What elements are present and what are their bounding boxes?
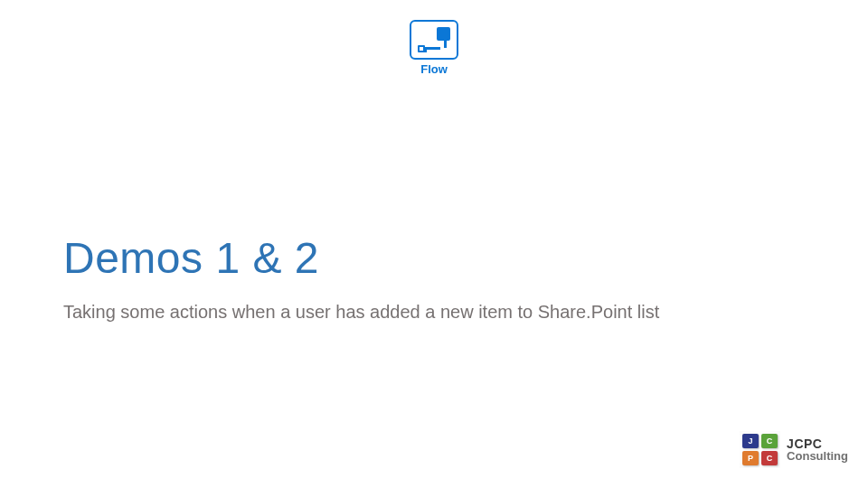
logo-tile-c1: C <box>761 434 778 448</box>
slide-title: Demos 1 & 2 <box>63 233 319 283</box>
flow-icon <box>410 20 458 60</box>
logo-grid-icon: J C P C <box>740 431 780 468</box>
company-word: Consulting <box>787 450 848 462</box>
logo-tile-j: J <box>742 434 759 448</box>
slide: Flow Demos 1 & 2 Taking some actions whe… <box>0 0 868 488</box>
company-abbr: JCPC <box>787 437 848 450</box>
logo-text: JCPC Consulting <box>787 437 848 462</box>
slide-subtitle: Taking some actions when a user has adde… <box>63 302 659 323</box>
logo-tile-c2: C <box>761 451 778 465</box>
flow-badge: Flow <box>410 20 458 76</box>
footer-logo: J C P C JCPC Consulting <box>740 431 848 468</box>
flow-label: Flow <box>410 62 458 76</box>
logo-tile-p: P <box>742 451 759 465</box>
